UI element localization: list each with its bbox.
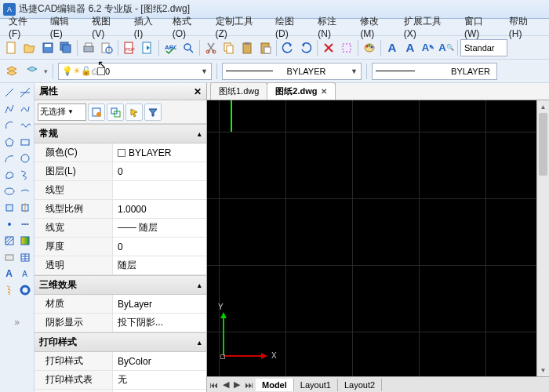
paste-special-icon[interactable] xyxy=(256,39,274,56)
gradient-tool-icon[interactable] xyxy=(17,233,32,249)
table-tool-icon[interactable] xyxy=(17,249,32,265)
menu-draw[interactable]: 绘图(D) xyxy=(270,13,312,41)
ellipse-arc-tool-icon[interactable] xyxy=(17,183,32,199)
menu-window[interactable]: 窗口(W) xyxy=(459,13,504,41)
line-tool-icon[interactable] xyxy=(2,85,16,100)
menu-file[interactable]: 文件(F) xyxy=(3,13,45,41)
cut-icon[interactable] xyxy=(202,39,220,56)
menu-edit[interactable]: 编辑(E) xyxy=(45,13,87,41)
menu-ext-tools[interactable]: 扩展工具(X) xyxy=(398,13,459,41)
panel-close-icon[interactable]: ✕ xyxy=(194,86,202,97)
new-icon[interactable] xyxy=(3,39,20,56)
menu-help[interactable]: 帮助(H) xyxy=(504,13,546,41)
xline-tool-icon[interactable] xyxy=(17,85,32,100)
layout-tab-model[interactable]: Model xyxy=(256,379,294,391)
layer-states-icon[interactable] xyxy=(24,63,41,80)
linetype2-combo[interactable]: BYLAYER xyxy=(372,63,497,80)
scroll-down-icon[interactable]: ▼ xyxy=(537,364,549,376)
text-a2-icon[interactable]: A xyxy=(402,39,419,56)
menu-insert[interactable]: 插入(I) xyxy=(129,13,167,41)
undo-icon[interactable] xyxy=(279,39,296,56)
donut-tool-icon[interactable] xyxy=(17,282,32,298)
menu-custom-tools[interactable]: 定制工具(Z) xyxy=(210,13,271,41)
drawing-canvas[interactable]: Y X xyxy=(207,100,536,376)
pickadd-icon[interactable] xyxy=(107,103,124,121)
prop-row-transparency[interactable]: 透明随层 xyxy=(35,256,206,275)
layout-tab-1[interactable]: Layout1 xyxy=(294,379,338,391)
polygon-tool-icon[interactable] xyxy=(2,134,16,150)
layout-tab-2[interactable]: Layout2 xyxy=(338,379,382,391)
menu-view[interactable]: 视图(V) xyxy=(86,13,129,41)
group-print[interactable]: 打印样式▴ xyxy=(35,332,206,352)
menu-format[interactable]: 格式(O) xyxy=(167,13,210,41)
group-3d[interactable]: 三维效果▴ xyxy=(35,275,206,295)
scroll-up-icon[interactable]: ▲ xyxy=(537,100,549,113)
group-general[interactable]: 常规▴ xyxy=(35,124,206,143)
filter-icon[interactable] xyxy=(144,103,162,121)
open-icon[interactable] xyxy=(21,39,38,56)
prop-row-color[interactable]: 颜色(C)BYLAYER xyxy=(35,143,206,162)
point-tool-icon[interactable] xyxy=(2,216,16,232)
prop-row-shadow[interactable]: 阴影显示投下阴影... xyxy=(35,314,206,332)
hatch-tool-icon[interactable] xyxy=(2,233,16,249)
print-icon[interactable] xyxy=(80,39,97,56)
select-icon[interactable] xyxy=(338,39,355,56)
prop-row-plottable[interactable]: 打印样式表无 xyxy=(35,371,206,390)
rect-tool-icon[interactable] xyxy=(17,134,32,150)
prop-row-layer[interactable]: 图层(L)0 xyxy=(35,162,206,181)
tab-close-icon[interactable]: ✕ xyxy=(321,87,327,96)
text-find-icon[interactable]: A🔍 xyxy=(438,39,455,56)
text-tool-icon[interactable]: A xyxy=(17,266,32,281)
spline2-tool-icon[interactable] xyxy=(17,167,32,183)
mtext-tool-icon[interactable]: A xyxy=(2,266,16,281)
copy-icon[interactable] xyxy=(220,39,238,56)
spellcheck-icon[interactable]: ABC xyxy=(162,39,179,56)
spline-tool-icon[interactable] xyxy=(17,101,32,117)
tab-drawing1[interactable]: 图纸1.dwg xyxy=(210,82,267,100)
prop-row-linetype[interactable]: 线型 xyxy=(35,181,206,200)
prop-row-plotstyle[interactable]: 打印样式ByColor xyxy=(35,352,206,371)
palette-icon[interactable] xyxy=(361,39,378,56)
wave-tool-icon[interactable] xyxy=(17,118,32,133)
layout-prev-icon[interactable]: ◀ xyxy=(220,379,231,390)
divide-tool-icon[interactable] xyxy=(17,216,32,232)
style-combo[interactable]: Standar xyxy=(460,39,507,56)
layer-combo[interactable]: 💡 ☀ 🔓 ⎙ 0 ▼ ↖ xyxy=(58,63,212,80)
revcloud-tool-icon[interactable] xyxy=(2,167,16,183)
expand-tool-icon[interactable]: » xyxy=(9,314,24,330)
text-a-icon[interactable]: A xyxy=(384,39,401,56)
selectobj-icon[interactable] xyxy=(125,103,143,121)
scroll-thumb[interactable] xyxy=(539,113,547,176)
prop-row-material[interactable]: 材质ByLayer xyxy=(35,295,206,314)
save-icon[interactable] xyxy=(39,39,56,56)
saveall-icon[interactable] xyxy=(57,39,75,56)
helix-tool-icon[interactable] xyxy=(2,282,16,298)
export-pdf-icon[interactable]: PDF xyxy=(121,39,138,56)
linetype-combo[interactable]: BYLAYER ▼ xyxy=(222,63,362,80)
tab-drawing2[interactable]: 图纸2.dwg✕ xyxy=(267,82,335,100)
layout-next-icon[interactable]: ▶ xyxy=(231,379,242,390)
delete-icon[interactable] xyxy=(320,39,337,56)
prop-row-ltscale[interactable]: 线型比例1.0000 xyxy=(35,200,206,219)
text-style-icon[interactable]: A✎ xyxy=(420,39,437,56)
vertical-scrollbar[interactable]: ▲ ▼ xyxy=(536,100,549,376)
block-tool-icon[interactable] xyxy=(2,200,16,216)
ellipse-tool-icon[interactable] xyxy=(2,183,16,199)
menu-modify[interactable]: 修改(M) xyxy=(354,13,398,41)
layers-icon[interactable] xyxy=(3,63,20,80)
prop-row-lineweight[interactable]: 线宽—— 随层 xyxy=(35,219,206,238)
arc-tool-icon[interactable] xyxy=(2,118,16,133)
selection-combo[interactable]: 无选择 ▼ xyxy=(38,103,86,121)
prop-row-thickness[interactable]: 厚度0 xyxy=(35,238,206,256)
layout-first-icon[interactable]: ⏮ xyxy=(207,380,220,390)
arc3p-tool-icon[interactable] xyxy=(2,151,16,166)
print-preview-icon[interactable] xyxy=(98,39,115,56)
circle-tool-icon[interactable] xyxy=(17,151,32,166)
redo-icon[interactable] xyxy=(297,39,314,56)
find-icon[interactable] xyxy=(180,39,197,56)
quickselect-icon[interactable] xyxy=(88,103,105,121)
layout-last-icon[interactable]: ⏭ xyxy=(242,380,256,390)
export-icon[interactable] xyxy=(139,39,156,56)
polyline-tool-icon[interactable] xyxy=(2,101,16,117)
insert-tool-icon[interactable] xyxy=(17,200,32,216)
